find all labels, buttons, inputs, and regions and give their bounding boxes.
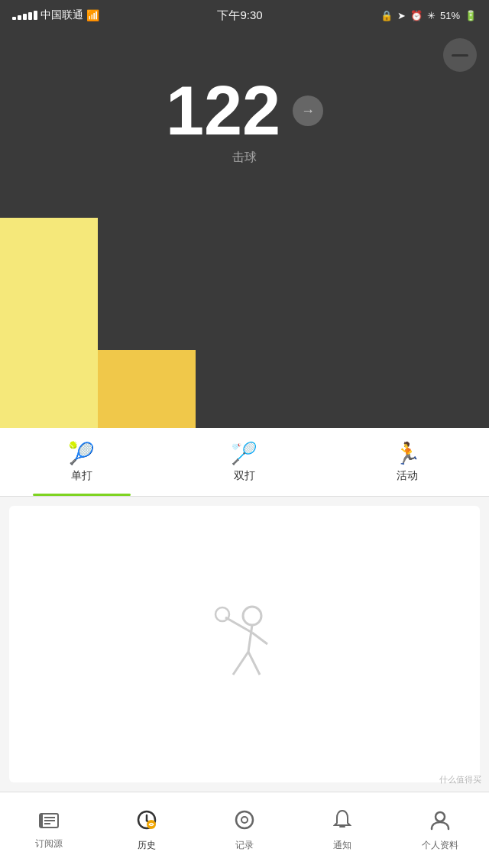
tab-doubles[interactable]: 🏸 双打 — [163, 428, 325, 496]
singles-icon: 🎾 — [68, 441, 95, 466]
empty-state-figure — [210, 602, 279, 686]
score-value: 122 — [166, 76, 280, 145]
watermark: 什么值得买 — [439, 774, 481, 785]
profile-icon — [429, 809, 451, 836]
svg-point-15 — [147, 820, 156, 829]
nav-history-label: 历史 — [138, 839, 156, 852]
score-arrow-button[interactable]: → — [293, 96, 323, 126]
content-card — [9, 506, 480, 782]
score-display: 122 → — [166, 76, 323, 145]
content-area — [0, 497, 489, 792]
carrier-label: 中国联通 — [40, 8, 83, 22]
status-left: 中国联通 📶 — [12, 8, 99, 22]
svg-line-5 — [233, 652, 248, 675]
doubles-icon: 🏸 — [231, 441, 257, 466]
tab-singles[interactable]: 🎾 单打 — [0, 428, 163, 496]
svg-line-1 — [248, 625, 252, 652]
notify-icon — [333, 809, 351, 836]
status-right: 🔒 ➤ ⏰ ✳ 51% 🔋 — [381, 10, 477, 21]
nav-history[interactable]: 历史 — [98, 803, 196, 858]
tab-singles-label: 单打 — [71, 469, 92, 483]
activity-icon: 🏃 — [394, 441, 421, 466]
score-subtitle: 击球 — [232, 150, 257, 166]
nav-record[interactable]: 记录 — [196, 803, 293, 858]
nav-profile[interactable]: 个人资料 — [391, 803, 489, 858]
wifi-icon: 📶 — [86, 9, 99, 21]
battery-label: 51% — [440, 10, 460, 21]
arrow-icon: → — [301, 104, 315, 118]
svg-rect-11 — [40, 814, 43, 828]
bottom-nav: 订阅源 历史 记录 — [0, 792, 489, 868]
nav-notify-label: 通知 — [333, 839, 351, 852]
svg-point-19 — [436, 812, 445, 821]
tab-activity[interactable]: 🏃 活动 — [326, 428, 489, 496]
status-bar: 中国联通 📶 下午9:30 🔒 ➤ ⏰ ✳ 51% 🔋 — [0, 0, 489, 31]
score-area: 122 → 击球 — [0, 31, 489, 166]
bluetooth-icon: ✳ — [427, 10, 436, 21]
nav-notify[interactable]: 通知 — [293, 803, 391, 858]
location-icon: ➤ — [397, 10, 406, 21]
svg-point-16 — [236, 811, 253, 828]
svg-point-4 — [215, 607, 229, 621]
menu-button[interactable] — [443, 38, 477, 72]
mode-tabs: 🎾 单打 🏸 双打 🏃 活动 — [0, 428, 489, 497]
signal-icon — [12, 11, 37, 20]
time-label: 下午9:30 — [217, 8, 262, 23]
tab-activity-label: 活动 — [397, 469, 418, 483]
battery-icon: 🔋 — [465, 10, 477, 21]
svg-line-3 — [252, 633, 267, 644]
record-icon — [234, 809, 255, 836]
clock-icon: ⏰ — [410, 10, 423, 21]
nav-feed-label: 订阅源 — [35, 837, 63, 850]
svg-point-17 — [241, 817, 248, 823]
nav-record-label: 记录 — [235, 839, 254, 852]
nav-profile-label: 个人资料 — [422, 839, 458, 852]
svg-line-6 — [248, 652, 260, 675]
svg-point-0 — [243, 607, 261, 625]
nav-feed[interactable]: 订阅源 — [0, 805, 98, 857]
feed-icon — [38, 811, 60, 834]
history-icon — [136, 809, 157, 836]
tab-doubles-label: 双打 — [234, 469, 255, 483]
lock-icon: 🔒 — [381, 10, 393, 21]
